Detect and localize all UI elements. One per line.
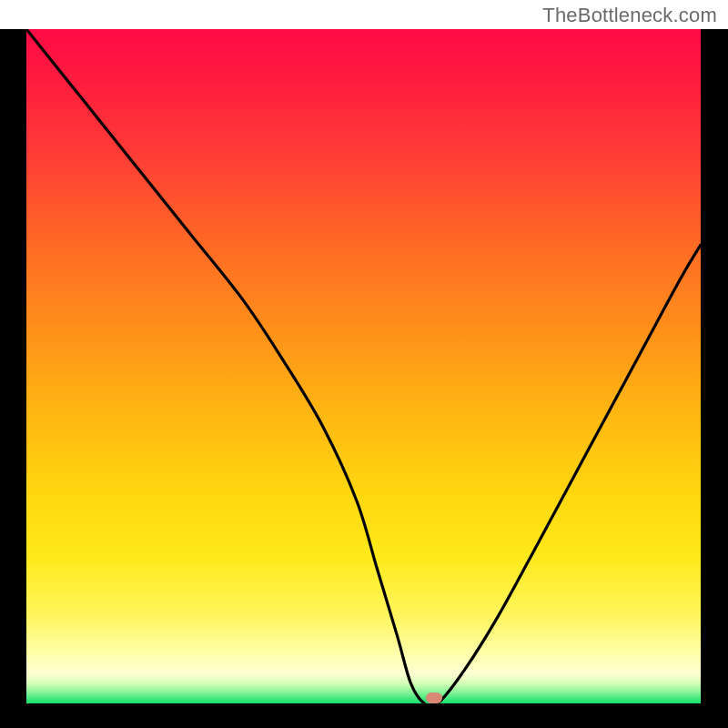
watermark-text: TheBottleneck.com bbox=[542, 4, 717, 27]
chart-container: TheBottleneck.com bbox=[0, 0, 728, 728]
bottleneck-curve bbox=[26, 29, 701, 703]
bottleneck-marker-icon bbox=[426, 693, 442, 703]
plot-area bbox=[26, 29, 701, 703]
chart-frame bbox=[0, 29, 728, 728]
